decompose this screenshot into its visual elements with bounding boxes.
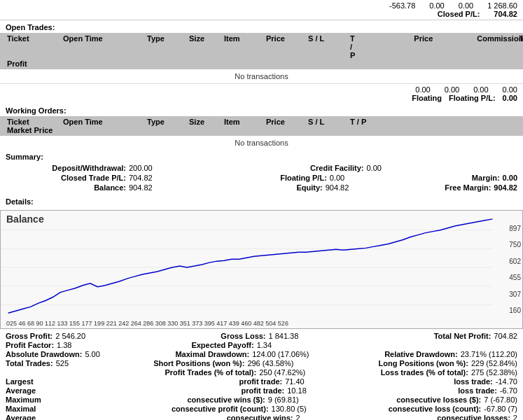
sp-label: Short Positions (won %):	[153, 359, 244, 368]
col-price: Price	[265, 34, 307, 59]
sum-label-fpl: Floating P/L:	[236, 174, 327, 182]
prt-label: Profit Trades (% of total):	[165, 368, 256, 377]
fpl-0a: 0.00	[415, 85, 430, 94]
tnp-value: 704.82	[494, 332, 517, 340]
ad-value: 5.00	[85, 350, 99, 358]
ep-value: 1.34	[257, 341, 272, 349]
sum-val-bal: 904.82	[126, 183, 168, 192]
acl-value: 2	[513, 414, 517, 420]
fpl-0b: 0.00	[445, 85, 459, 94]
sum-label-ctp: Closed Trade P/L:	[28, 174, 126, 182]
acl-label: consecutive losses:	[437, 414, 510, 420]
working-orders-label: Working Orders:	[6, 106, 67, 115]
col-size: Size	[188, 34, 223, 59]
tt-label: Total Trades:	[6, 359, 53, 368]
wo-col-ticket: Ticket	[6, 118, 62, 126]
avg-label2: Average	[6, 414, 36, 420]
sum-label-dw: Deposit/Withdrawal:	[28, 164, 126, 172]
open-trades-label: Open Trades:	[6, 23, 55, 31]
chart-y-labels: 897 750 602 455 307 160	[509, 225, 521, 314]
stat-563: -563.78	[389, 1, 415, 10]
wo-col-type: Type	[146, 118, 188, 126]
fpl-0d: 0.00	[503, 85, 517, 94]
md-label: Maximal Drawdown:	[175, 350, 249, 358]
cws-value: 9 (69.81)	[268, 396, 299, 404]
y-label-307: 307	[509, 290, 521, 298]
cpc-value: 130.80 (5)	[272, 405, 307, 413]
col-empty	[356, 34, 412, 59]
rd-value: 23.71% (112.20)	[461, 350, 517, 358]
chart-x-labels: 025 46 68 90 112 133 155 177 199 221 242…	[6, 320, 494, 327]
col-tp: T / P	[349, 34, 356, 59]
floating-pl-value: 0.00	[503, 94, 517, 102]
closed-pl-value: 704.82	[494, 10, 517, 18]
ad-label: Absolute Drawdown:	[6, 350, 82, 358]
open-trades-header: Ticket Open Time Type Size Item Price S …	[0, 33, 523, 69]
cws-label: consecutive wins ($):	[187, 396, 265, 404]
working-orders-header: Ticket Open Time Type Size Item Price S …	[0, 116, 523, 136]
wo-col-sl: S / L	[307, 118, 349, 126]
col-ticket: Ticket	[6, 34, 62, 59]
cpc-label: consecutive profit (count):	[172, 405, 269, 413]
sum-val-fm: 904.82	[491, 183, 517, 192]
sum-label-margin: Margin:	[444, 174, 500, 182]
gp-label: Gross Profit:	[6, 332, 53, 340]
prt-value: 250 (47.62%)	[259, 368, 305, 377]
clc-label: consecutive loss (count):	[389, 405, 482, 413]
summary-section: Summary: Deposit/Withdrawal: 200.00 Cred…	[0, 150, 523, 195]
largest-label: Largest	[6, 377, 34, 386]
tt-value: 525	[56, 359, 69, 368]
md-value: 124.00 (17.06%)	[252, 350, 309, 358]
y-label-750: 750	[509, 241, 521, 248]
gp-value: 2 546.20	[55, 332, 85, 340]
sp-value: 296 (43.58%)	[247, 359, 293, 368]
sum-val-fpl: 0.00	[327, 174, 369, 182]
rd-label: Relative Drawdown:	[384, 350, 458, 358]
sum-val-eq: 904.82	[323, 183, 365, 192]
gl-label: Gross Loss:	[221, 332, 265, 340]
acw-label: consecutive wins:	[227, 414, 293, 420]
floating-label: Floating	[412, 94, 442, 102]
lp-value: 229 (52.84%)	[471, 359, 517, 368]
y-label-455: 455	[509, 274, 521, 281]
tnp-label: Total Net Profit:	[434, 332, 491, 340]
col-price2: Price	[412, 34, 475, 59]
stats-section: Gross Profit: 2 546.20 Gross Loss: 1 841…	[0, 332, 523, 420]
lp-label: Long Positions (won %):	[379, 359, 468, 368]
cls-label: consecutive losses ($):	[396, 396, 481, 404]
llt-label: loss trade:	[454, 377, 493, 386]
pf-label: Profit Factor:	[6, 341, 54, 349]
llt-value: -14.70	[496, 377, 517, 386]
floating-pl-section: 0.00 0.00 0.00 0.00 Floating Floating P/…	[0, 83, 523, 104]
alt-value: -6.70	[500, 386, 517, 395]
wo-col-price: Price	[265, 118, 307, 126]
cls-value: 7 (-67.80)	[484, 396, 517, 404]
apt-value: 10.18	[287, 386, 307, 395]
col-profit: Profit	[6, 59, 62, 68]
wo-col-market-price: Market Price	[6, 126, 62, 134]
wo-col-size: Size	[188, 118, 223, 126]
apt-label: profit trade:	[242, 386, 285, 395]
wo-col-item: Item	[223, 118, 265, 126]
y-label-160: 160	[509, 307, 521, 314]
closed-pl-label: Closed P/L:	[438, 10, 480, 18]
acw-value: 2	[295, 414, 300, 420]
average-label: Average	[6, 386, 36, 395]
wo-col-tp: T / P	[349, 118, 517, 126]
stat-000a: 0.00	[429, 1, 444, 10]
fpl-0c: 0.00	[473, 85, 488, 94]
stat-1268: 1 268.60	[487, 1, 517, 10]
sum-val-margin: 0.00	[500, 174, 517, 182]
maximal-label: Maximal	[6, 405, 36, 413]
gl-value: 1 841.38	[269, 332, 299, 340]
col-open-time: Open Time	[62, 34, 146, 59]
pf-value: 1.38	[57, 341, 71, 349]
stat-000b: 0.00	[459, 1, 473, 10]
working-orders-no-tx: No transactions	[0, 136, 523, 150]
sum-label-bal: Balance:	[28, 183, 126, 192]
alt-label: loss trade:	[458, 386, 497, 395]
lt-label: Loss trades (% of total):	[381, 368, 468, 377]
lt-value: 275 (52.38%)	[471, 368, 517, 377]
col-sl: S / L	[307, 34, 349, 59]
sum-label-eq: Equity:	[232, 183, 323, 192]
